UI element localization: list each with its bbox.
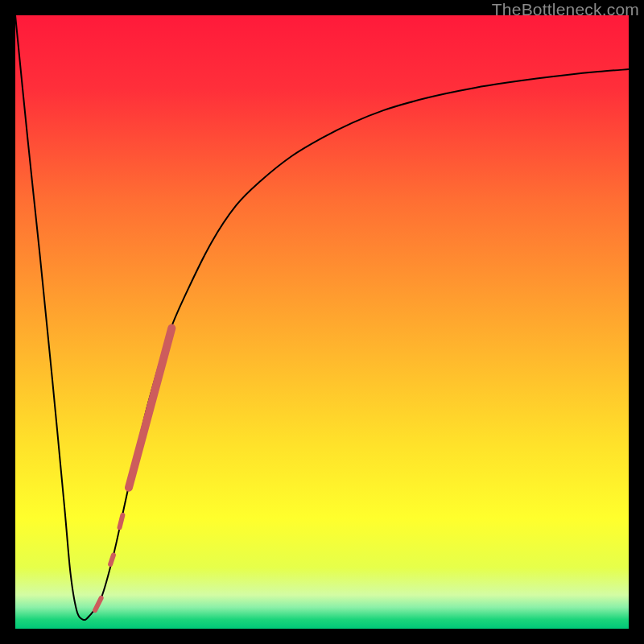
data-marker [129,328,171,488]
bottleneck-curve [15,15,629,620]
plot-area [15,15,629,629]
data-marker [110,555,114,564]
watermark-text: TheBottleneck.com [492,0,639,19]
curve-layer [15,15,629,629]
marker-group [95,328,171,611]
chart-frame: TheBottleneck.com [0,0,644,644]
data-marker [95,598,101,610]
data-marker [120,515,123,527]
